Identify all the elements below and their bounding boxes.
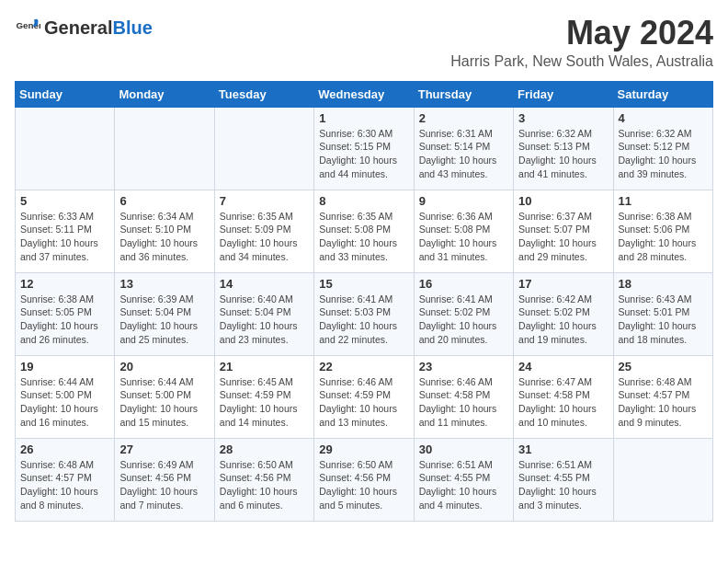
calendar-cell: 24Sunrise: 6:47 AM Sunset: 4:58 PM Dayli… (514, 355, 613, 438)
day-number: 24 (518, 360, 608, 373)
day-detail: Sunrise: 6:34 AM Sunset: 5:10 PM Dayligh… (119, 210, 209, 264)
day-detail: Sunrise: 6:42 AM Sunset: 5:02 PM Dayligh… (518, 293, 608, 347)
day-detail: Sunrise: 6:47 AM Sunset: 4:58 PM Dayligh… (518, 375, 608, 430)
day-number: 12 (20, 277, 109, 291)
day-detail: Sunrise: 6:36 AM Sunset: 5:08 PM Dayligh… (419, 210, 508, 264)
day-number: 28 (220, 442, 309, 456)
calendar-cell: 3Sunrise: 6:32 AM Sunset: 5:13 PM Daylig… (514, 107, 613, 190)
calendar-cell: 8Sunrise: 6:35 AM Sunset: 5:08 PM Daylig… (314, 190, 414, 272)
calendar-cell: 15Sunrise: 6:41 AM Sunset: 5:03 PM Dayli… (314, 272, 414, 355)
day-number: 17 (518, 277, 608, 291)
day-number: 6 (119, 194, 209, 208)
day-detail: Sunrise: 6:51 AM Sunset: 4:55 PM Dayligh… (419, 458, 508, 512)
day-detail: Sunrise: 6:49 AM Sunset: 4:56 PM Dayligh… (119, 458, 209, 512)
day-detail: Sunrise: 6:37 AM Sunset: 5:07 PM Dayligh… (518, 210, 608, 264)
calendar-cell: 13Sunrise: 6:39 AM Sunset: 5:04 PM Dayli… (115, 272, 214, 355)
weekday-header-monday: Monday (115, 81, 214, 107)
calendar-cell: 30Sunrise: 6:51 AM Sunset: 4:55 PM Dayli… (414, 438, 513, 521)
calendar-cell: 14Sunrise: 6:40 AM Sunset: 5:04 PM Dayli… (214, 272, 313, 355)
day-number: 1 (319, 111, 408, 125)
day-number: 3 (518, 111, 608, 125)
day-detail: Sunrise: 6:50 AM Sunset: 4:56 PM Dayligh… (319, 458, 408, 512)
day-number: 16 (419, 277, 508, 291)
location-title: Harris Park, New South Wales, Australia (450, 53, 713, 70)
calendar-cell: 4Sunrise: 6:32 AM Sunset: 5:12 PM Daylig… (613, 107, 712, 190)
day-number: 18 (619, 277, 708, 291)
day-detail: Sunrise: 6:38 AM Sunset: 5:06 PM Dayligh… (619, 210, 708, 264)
day-number: 31 (518, 442, 608, 456)
day-detail: Sunrise: 6:45 AM Sunset: 4:59 PM Dayligh… (220, 375, 309, 430)
calendar-cell (214, 107, 313, 190)
week-row-3: 12Sunrise: 6:38 AM Sunset: 5:05 PM Dayli… (16, 272, 713, 355)
calendar-cell (16, 107, 115, 190)
day-detail: Sunrise: 6:44 AM Sunset: 5:00 PM Dayligh… (20, 375, 109, 430)
calendar-cell: 2Sunrise: 6:31 AM Sunset: 5:14 PM Daylig… (414, 107, 513, 190)
month-title: May 2024 (450, 15, 713, 52)
calendar-cell: 5Sunrise: 6:33 AM Sunset: 5:11 PM Daylig… (16, 190, 115, 272)
logo: General General Blue (15, 15, 153, 40)
calendar-cell: 6Sunrise: 6:34 AM Sunset: 5:10 PM Daylig… (115, 190, 214, 272)
day-number: 23 (419, 360, 508, 373)
logo-blue: Blue (112, 17, 152, 39)
day-detail: Sunrise: 6:48 AM Sunset: 4:57 PM Dayligh… (619, 375, 708, 430)
calendar-cell: 11Sunrise: 6:38 AM Sunset: 5:06 PM Dayli… (613, 190, 712, 272)
day-number: 2 (419, 111, 508, 125)
day-detail: Sunrise: 6:46 AM Sunset: 4:59 PM Dayligh… (319, 375, 408, 430)
weekday-header-sunday: Sunday (16, 81, 115, 107)
logo-text: General Blue (44, 17, 153, 39)
week-row-5: 26Sunrise: 6:48 AM Sunset: 4:57 PM Dayli… (16, 438, 713, 521)
calendar-cell (613, 438, 712, 521)
day-number: 13 (119, 277, 209, 291)
day-number: 14 (220, 277, 309, 291)
day-number: 21 (220, 360, 309, 373)
calendar-cell: 17Sunrise: 6:42 AM Sunset: 5:02 PM Dayli… (514, 272, 613, 355)
day-number: 15 (319, 277, 408, 291)
day-detail: Sunrise: 6:35 AM Sunset: 5:08 PM Dayligh… (319, 210, 408, 264)
day-number: 8 (319, 194, 408, 208)
day-number: 25 (619, 360, 708, 373)
day-detail: Sunrise: 6:44 AM Sunset: 5:00 PM Dayligh… (119, 375, 209, 430)
day-detail: Sunrise: 6:32 AM Sunset: 5:13 PM Dayligh… (518, 127, 608, 181)
calendar-cell: 21Sunrise: 6:45 AM Sunset: 4:59 PM Dayli… (214, 355, 313, 438)
calendar-cell: 23Sunrise: 6:46 AM Sunset: 4:58 PM Dayli… (414, 355, 513, 438)
day-number: 20 (119, 360, 209, 373)
weekday-header-friday: Friday (514, 81, 613, 107)
calendar-cell: 27Sunrise: 6:49 AM Sunset: 4:56 PM Dayli… (115, 438, 214, 521)
day-detail: Sunrise: 6:31 AM Sunset: 5:14 PM Dayligh… (419, 127, 508, 181)
day-detail: Sunrise: 6:32 AM Sunset: 5:12 PM Dayligh… (619, 127, 708, 181)
weekday-header-tuesday: Tuesday (214, 81, 313, 107)
week-row-4: 19Sunrise: 6:44 AM Sunset: 5:00 PM Dayli… (16, 355, 713, 438)
day-number: 4 (619, 111, 708, 125)
calendar-cell: 18Sunrise: 6:43 AM Sunset: 5:01 PM Dayli… (613, 272, 712, 355)
day-detail: Sunrise: 6:35 AM Sunset: 5:09 PM Dayligh… (220, 210, 309, 264)
day-number: 27 (119, 442, 209, 456)
day-number: 11 (619, 194, 708, 208)
calendar-cell: 29Sunrise: 6:50 AM Sunset: 4:56 PM Dayli… (314, 438, 414, 521)
page-header: General General Blue May 2024 Harris Par… (15, 15, 713, 70)
logo-general: General (44, 17, 112, 39)
calendar-cell: 25Sunrise: 6:48 AM Sunset: 4:57 PM Dayli… (613, 355, 712, 438)
calendar-cell: 1Sunrise: 6:30 AM Sunset: 5:15 PM Daylig… (314, 107, 414, 190)
calendar-cell: 28Sunrise: 6:50 AM Sunset: 4:56 PM Dayli… (214, 438, 313, 521)
logo-icon: General (15, 15, 40, 40)
weekday-header-row: SundayMondayTuesdayWednesdayThursdayFrid… (16, 81, 713, 107)
day-number: 9 (419, 194, 508, 208)
calendar-cell: 16Sunrise: 6:41 AM Sunset: 5:02 PM Dayli… (414, 272, 513, 355)
day-number: 7 (220, 194, 309, 208)
calendar-cell: 31Sunrise: 6:51 AM Sunset: 4:55 PM Dayli… (514, 438, 613, 521)
calendar-cell: 12Sunrise: 6:38 AM Sunset: 5:05 PM Dayli… (16, 272, 115, 355)
day-number: 22 (319, 360, 408, 373)
day-detail: Sunrise: 6:41 AM Sunset: 5:02 PM Dayligh… (419, 293, 508, 347)
week-row-1: 1Sunrise: 6:30 AM Sunset: 5:15 PM Daylig… (16, 107, 713, 190)
day-detail: Sunrise: 6:48 AM Sunset: 4:57 PM Dayligh… (20, 458, 109, 512)
calendar-cell: 22Sunrise: 6:46 AM Sunset: 4:59 PM Dayli… (314, 355, 414, 438)
day-number: 26 (20, 442, 109, 456)
calendar-cell (115, 107, 214, 190)
calendar-cell: 9Sunrise: 6:36 AM Sunset: 5:08 PM Daylig… (414, 190, 513, 272)
title-block: May 2024 Harris Park, New South Wales, A… (450, 15, 713, 70)
day-detail: Sunrise: 6:40 AM Sunset: 5:04 PM Dayligh… (220, 293, 309, 347)
weekday-header-thursday: Thursday (414, 81, 513, 107)
calendar-cell: 20Sunrise: 6:44 AM Sunset: 5:00 PM Dayli… (115, 355, 214, 438)
day-detail: Sunrise: 6:51 AM Sunset: 4:55 PM Dayligh… (518, 458, 608, 512)
day-number: 5 (20, 194, 109, 208)
